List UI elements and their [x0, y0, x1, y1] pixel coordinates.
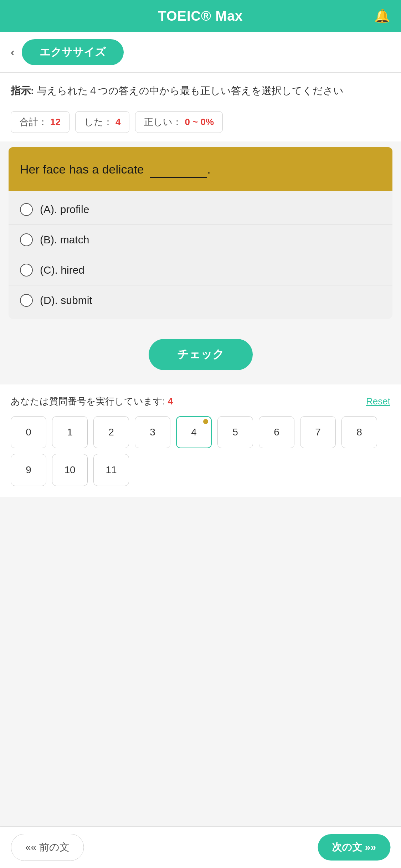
number-btn-5[interactable]: 5: [217, 416, 253, 448]
option-c[interactable]: (C). hired: [9, 255, 392, 285]
sub-header: ‹ エクササイズ: [0, 32, 401, 73]
nav-current-number: 4: [168, 396, 173, 407]
question-text-area: Her face has a delicate .: [9, 147, 392, 191]
number-btn-0[interactable]: 0: [11, 416, 46, 448]
number-btn-3[interactable]: 3: [135, 416, 170, 448]
number-btn-9[interactable]: 9: [11, 454, 46, 486]
question-blank: [150, 160, 207, 178]
number-btn-11[interactable]: 11: [93, 454, 129, 486]
number-btn-4[interactable]: 4: [176, 416, 212, 448]
bottom-nav: «« 前の文 次の文 »»: [0, 826, 401, 868]
option-c-label: (C). hired: [40, 264, 84, 276]
radio-c[interactable]: [20, 264, 33, 277]
instructions-text: 指示: 与えられた４つの答えの中から最も正しい答えを選択してください: [11, 83, 390, 98]
exercise-button[interactable]: エクササイズ: [22, 39, 124, 65]
radio-a[interactable]: [20, 203, 33, 216]
correct-value: 0 ~ 0%: [185, 117, 214, 128]
total-label: 合計：: [20, 116, 47, 128]
nav-header: あなたは質問番号を実行しています: 4 Reset: [11, 395, 390, 408]
instructions-bold: 指示:: [11, 85, 34, 96]
question-nav-section: あなたは質問番号を実行しています: 4 Reset 01234567891011: [0, 384, 401, 497]
done-stat: した： 4: [75, 111, 129, 133]
done-label: した：: [84, 116, 113, 128]
next-button[interactable]: 次の文 »»: [318, 834, 390, 861]
question-sentence: Her face has a delicate: [20, 162, 144, 176]
number-btn-7[interactable]: 7: [300, 416, 336, 448]
option-d-label: (D). submit: [40, 294, 92, 306]
option-b[interactable]: (B). match: [9, 225, 392, 255]
app-title: TOEIC® Max: [158, 9, 243, 24]
instructions-body: 与えられた４つの答えの中から最も正しい答えを選択してください: [34, 85, 344, 96]
instructions-section: 指示: 与えられた４つの答えの中から最も正しい答えを選択してください: [0, 73, 401, 105]
radio-d[interactable]: [20, 294, 33, 307]
prev-button[interactable]: «« 前の文: [11, 834, 84, 861]
option-b-label: (B). match: [40, 234, 89, 246]
number-btn-6[interactable]: 6: [259, 416, 294, 448]
nav-label: あなたは質問番号を実行しています: 4: [11, 395, 173, 408]
number-btn-10[interactable]: 10: [52, 454, 88, 486]
total-stat: 合計： 12: [11, 111, 70, 133]
number-btn-8[interactable]: 8: [341, 416, 377, 448]
back-button[interactable]: ‹: [11, 46, 15, 59]
option-a-label: (A). profile: [40, 203, 89, 216]
question-period: .: [207, 162, 210, 176]
stats-bar: 合計： 12 した： 4 正しい： 0 ~ 0%: [0, 105, 401, 141]
check-button[interactable]: チェック: [149, 339, 253, 370]
check-button-area: チェック: [0, 325, 401, 377]
options-area: (A). profile (B). match (C). hired (D). …: [9, 191, 392, 319]
correct-stat: 正しい： 0 ~ 0%: [135, 111, 223, 133]
option-d[interactable]: (D). submit: [9, 285, 392, 315]
active-dot: [203, 419, 208, 424]
bell-icon[interactable]: 🔔: [374, 9, 390, 24]
total-value: 12: [50, 117, 61, 128]
number-grid: 01234567891011: [11, 416, 390, 486]
done-value: 4: [115, 117, 120, 128]
nav-label-text: あなたは質問番号を実行しています:: [11, 396, 165, 407]
question-card: Her face has a delicate . (A). profile (…: [9, 147, 392, 319]
app-header: TOEIC® Max 🔔: [0, 0, 401, 32]
question-text: Her face has a delicate .: [20, 162, 211, 176]
radio-b[interactable]: [20, 233, 33, 246]
number-btn-2[interactable]: 2: [93, 416, 129, 448]
number-btn-1[interactable]: 1: [52, 416, 88, 448]
reset-button[interactable]: Reset: [366, 396, 390, 407]
correct-label: 正しい：: [144, 116, 182, 128]
option-a[interactable]: (A). profile: [9, 195, 392, 225]
